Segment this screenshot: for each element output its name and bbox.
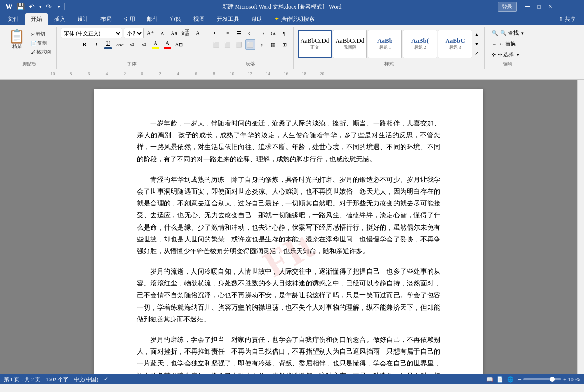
style-no-spacing-label: 无间隔 (344, 45, 356, 51)
clear-format-button[interactable]: A (192, 28, 203, 38)
multilevel-button[interactable]: ☰ (234, 28, 244, 38)
underline-button[interactable]: U (103, 39, 113, 50)
login-button[interactable]: 登录 (498, 2, 517, 12)
find-button[interactable]: 🔍 🔍 查找 ▾ (489, 28, 527, 38)
close-button[interactable]: × (545, 1, 556, 12)
style-up-button[interactable]: ▲ (473, 30, 481, 39)
justify-button[interactable]: ⬜ (245, 39, 256, 50)
style-down-button[interactable]: ▼ (473, 40, 481, 48)
find-dropdown-icon[interactable]: ▾ (521, 31, 524, 36)
cut-button[interactable]: ✂剪切 (29, 30, 53, 38)
zoom-level: 100% (568, 376, 580, 382)
tab-help[interactable]: 帮助 (246, 13, 268, 25)
customize-qa[interactable]: ▾ (55, 1, 63, 12)
proofing-icon: ✓ (104, 376, 108, 383)
select-dropdown-icon[interactable]: ▾ (517, 53, 519, 57)
font-row1: 宋体 (中文正文) 小四 A⁺ A Aa 文字间 A (61, 28, 203, 38)
bold-button[interactable]: B (79, 39, 90, 50)
paragraph-2: 青涩的年华到成熟的历练，除了自身的修炼，具备时光的打磨、岁月的锻造必不可少。岁月… (137, 174, 440, 257)
zoom-thumb[interactable] (550, 377, 555, 382)
save-button[interactable]: 💾 (15, 1, 26, 12)
select-button[interactable]: ⊹ ⊹ 选择 ▾ (489, 50, 527, 60)
style-h3-label: 标题 3 (449, 45, 461, 51)
font-group: 宋体 (中文正文) 小四 A⁺ A Aa 文字间 A B I U abc x (57, 27, 207, 69)
view-print-button[interactable]: 📄 (497, 376, 503, 383)
copy-button[interactable]: 📄复制 (29, 39, 53, 47)
paragraph-group: ≔ ≡ ☰ ⇐ ⇒ ↕A ¶ ⬜ ⬜ ⬜ ⬜ ↕ ▦ ⊞ 段落 (207, 27, 294, 69)
zoom-out-button[interactable]: ─ (518, 376, 521, 382)
quick-access-toolbar: W 💾 ↶ ▾ ↷ ▾ 新建 Microsoft Word 文档.docx [兼… (0, 0, 584, 13)
status-right: 📖 📄 🌐 ─ + 100% (486, 376, 580, 383)
style-normal[interactable]: AaBbCcDd 正文 (298, 30, 332, 58)
lang-indicator[interactable]: 中文(中国) (74, 376, 98, 383)
view-read-button[interactable]: 📖 (486, 376, 493, 383)
style-more-button[interactable]: ↗ (473, 49, 481, 58)
tab-references[interactable]: 引用 (118, 13, 141, 25)
document-page[interactable]: FIt 一岁年龄，一岁人，伴随着时间的变迁，沧桑了人际的淡漠，挫折、顺当、一路相… (94, 89, 483, 374)
tab-mailings[interactable]: 邮件 (141, 13, 164, 25)
decrease-indent-button[interactable]: ⇐ (245, 28, 256, 38)
tab-view[interactable]: 视图 (188, 13, 210, 25)
italic-button[interactable]: I (91, 39, 101, 50)
vertical-scrollbar[interactable] (577, 80, 584, 374)
border-button[interactable]: A⊞ (174, 39, 184, 50)
tab-search[interactable]: ✦ 操作说明搜索 (269, 13, 320, 25)
shrink-font-button[interactable]: A (157, 28, 167, 38)
status-bar: 第 1 页，共 2 页 1602 个字 中文(中国) ✓ 📖 📄 🌐 ─ + 1… (0, 374, 584, 384)
view-web-button[interactable]: 🌐 (507, 376, 514, 383)
tab-insert[interactable]: 插入 (48, 13, 71, 25)
separator (64, 3, 65, 10)
para-row2: ⬜ ⬜ ⬜ ⬜ ↕ ▦ ⊞ (211, 39, 290, 50)
align-right-button[interactable]: ⬜ (234, 39, 244, 50)
sort-button[interactable]: ↕A (268, 28, 278, 38)
zoom-slider[interactable] (523, 378, 561, 380)
tab-home[interactable]: 开始 (25, 13, 48, 25)
ribbon-tabs: 文件 开始 插入 设计 布局 引用 邮件 审阅 视图 开发工具 帮助 ✦ 操作说… (0, 13, 584, 25)
shading-button[interactable]: ▦ (268, 39, 278, 50)
replace-icon: ↔ (492, 41, 497, 47)
borders-button[interactable]: ⊞ (279, 39, 290, 50)
subscript-button[interactable]: x2 (127, 39, 137, 50)
align-left-button[interactable]: ⬜ (211, 39, 221, 50)
format-painter-button[interactable]: 🖌格式刷 (29, 48, 53, 56)
undo-dropdown[interactable]: ▾ (38, 1, 43, 12)
strikethrough-button[interactable]: abc (115, 39, 125, 50)
show-marks-button[interactable]: ¶ (279, 28, 290, 38)
style-heading3[interactable]: AaBbC 标题 3 (438, 30, 472, 58)
numbering-button[interactable]: ≡ (222, 28, 233, 38)
document-area[interactable]: FIt 一岁年龄，一岁人，伴随着时间的变迁，沧桑了人际的淡漠，挫折、顺当、一路相… (0, 80, 577, 374)
status-left: 第 1 页，共 2 页 1602 个字 中文(中国) ✓ (4, 376, 108, 383)
tab-review[interactable]: 审阅 (164, 13, 187, 25)
increase-indent-button[interactable]: ⇒ (256, 28, 267, 38)
underline-color (104, 47, 112, 49)
align-center-button[interactable]: ⬜ (222, 39, 233, 50)
minimize-button[interactable]: ─ (522, 1, 533, 12)
style-heading2[interactable]: AaBb( 标题 2 (403, 30, 437, 58)
para-row1: ≔ ≡ ☰ ⇐ ⇒ ↕A ¶ (211, 28, 290, 38)
grow-font-button[interactable]: A⁺ (145, 28, 155, 38)
line-spacing-button[interactable]: ↕ (256, 39, 267, 50)
zoom-in-button[interactable]: + (563, 376, 566, 382)
bullets-button[interactable]: ≔ (211, 28, 221, 38)
restore-button[interactable]: □ (534, 1, 544, 12)
paste-button[interactable]: 📋 粘贴 (6, 28, 28, 52)
tab-share[interactable]: ⇑ 共享 (553, 13, 582, 25)
undo-button[interactable]: ↶ (27, 1, 37, 12)
change-case-button[interactable]: Aa (169, 28, 179, 38)
superscript-button[interactable]: x2 (138, 39, 149, 50)
style-heading1[interactable]: AaBb 标题 1 (368, 30, 402, 58)
tab-developer[interactable]: 开发工具 (211, 13, 245, 25)
highlight-color (152, 47, 159, 49)
page-info: 第 1 页，共 2 页 (4, 376, 40, 383)
tab-layout[interactable]: 布局 (95, 13, 118, 25)
redo-button[interactable]: ↷ (44, 1, 54, 12)
font-name-select[interactable]: 宋体 (中文正文) (61, 28, 122, 38)
char-spacing-button[interactable]: 文字间 (181, 28, 191, 38)
tab-file[interactable]: 文件 (2, 13, 25, 25)
replace-button[interactable]: ↔ ↔ 替换 (489, 39, 527, 49)
style-no-spacing[interactable]: AaBbCcDd 无间隔 (333, 30, 367, 58)
font-color-button[interactable]: A (162, 39, 173, 50)
text-highlight-button[interactable]: A (150, 39, 161, 50)
font-size-select[interactable]: 小四 (124, 28, 144, 38)
tab-design[interactable]: 设计 (72, 13, 94, 25)
